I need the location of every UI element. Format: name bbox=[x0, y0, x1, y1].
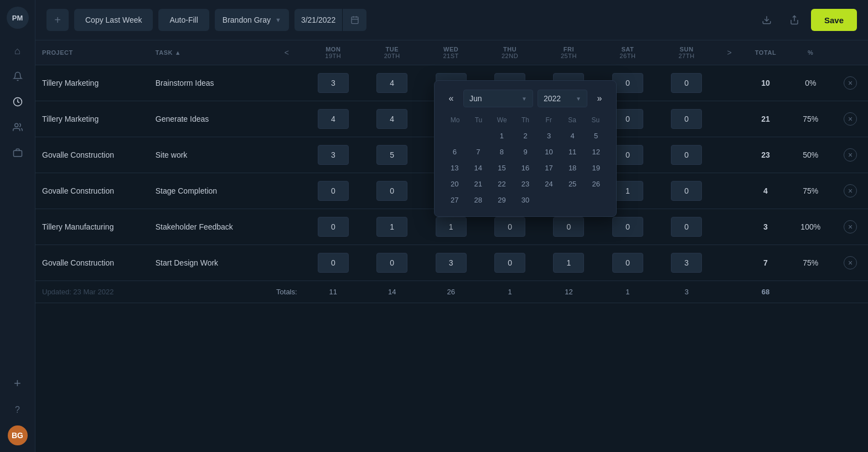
sat-input[interactable]: 0 bbox=[612, 109, 643, 129]
mon-input[interactable]: 4 bbox=[318, 109, 349, 129]
calendar-day[interactable]: 19 bbox=[585, 160, 607, 175]
total-wed-cell: 26 bbox=[421, 281, 480, 303]
mon-input[interactable]: 0 bbox=[318, 181, 349, 201]
calendar-day[interactable]: 12 bbox=[585, 144, 607, 159]
remove-row-button[interactable]: × bbox=[844, 76, 857, 90]
tue-input[interactable]: 0 bbox=[376, 253, 407, 273]
calendar-day[interactable]: 30 bbox=[514, 193, 537, 207]
calendar-day[interactable]: 3 bbox=[538, 128, 560, 143]
calendar-button[interactable] bbox=[342, 9, 366, 31]
calendar-day[interactable]: 21 bbox=[467, 176, 490, 191]
sidebar-item-projects[interactable] bbox=[7, 142, 29, 164]
tue-input[interactable]: 4 bbox=[376, 73, 407, 93]
sun-input[interactable]: 0 bbox=[671, 145, 702, 165]
mon-input[interactable]: 3 bbox=[318, 73, 349, 93]
tue-cell: 4 bbox=[363, 101, 421, 137]
download-button[interactable] bbox=[756, 9, 778, 31]
percent-cell: 50% bbox=[788, 137, 833, 173]
calendar-day[interactable]: 2 bbox=[514, 128, 537, 143]
calendar-day[interactable]: 28 bbox=[467, 193, 490, 207]
fri-input[interactable]: 0 bbox=[553, 217, 584, 237]
sat-input[interactable]: 0 bbox=[612, 217, 643, 237]
add-button[interactable]: + bbox=[46, 9, 69, 31]
avatar[interactable]: BG bbox=[8, 425, 28, 445]
calendar-next-button[interactable]: » bbox=[592, 91, 607, 106]
sat-input[interactable]: 0 bbox=[612, 145, 643, 165]
sat-input[interactable]: 0 bbox=[612, 253, 643, 273]
month-select[interactable]: Jun ▼ bbox=[463, 90, 533, 107]
calendar-day[interactable]: 17 bbox=[538, 160, 560, 175]
wed-input[interactable]: 3 bbox=[436, 253, 467, 273]
sun-input[interactable]: 0 bbox=[671, 181, 702, 201]
sun-input[interactable]: 0 bbox=[671, 217, 702, 237]
year-select[interactable]: 2022 ▼ bbox=[538, 90, 587, 107]
sidebar-item-help[interactable]: ? bbox=[7, 399, 29, 421]
tue-input[interactable]: 4 bbox=[376, 109, 407, 129]
remove-row-button[interactable]: × bbox=[844, 184, 857, 198]
calendar-day[interactable]: 6 bbox=[443, 144, 466, 159]
sun-input[interactable]: 0 bbox=[671, 73, 702, 93]
auto-fill-button[interactable]: Auto-Fill bbox=[158, 9, 209, 31]
mon-input[interactable]: 0 bbox=[318, 253, 349, 273]
sidebar-item-time[interactable] bbox=[7, 91, 29, 113]
calendar-day[interactable]: 18 bbox=[561, 160, 584, 175]
week-next-button[interactable]: > bbox=[722, 46, 736, 59]
remove-row-button[interactable]: × bbox=[844, 220, 857, 233]
fri-cell: 1 bbox=[539, 245, 598, 281]
calendar-day[interactable]: 5 bbox=[585, 128, 607, 143]
fri-input[interactable]: 1 bbox=[553, 253, 584, 273]
calendar-day[interactable]: 14 bbox=[467, 160, 490, 175]
calendar-day[interactable]: 22 bbox=[490, 176, 513, 191]
calendar-day[interactable]: 29 bbox=[490, 193, 513, 207]
sidebar-item-people[interactable] bbox=[7, 116, 29, 138]
calendar-day[interactable]: 4 bbox=[561, 128, 584, 143]
sun-input[interactable]: 3 bbox=[671, 253, 702, 273]
calendar-day[interactable]: 10 bbox=[538, 144, 560, 159]
mon-input[interactable]: 0 bbox=[318, 217, 349, 237]
sidebar-item-home[interactable]: ⌂ bbox=[7, 40, 29, 62]
mon-cell: 0 bbox=[304, 173, 363, 209]
thu-input[interactable]: 0 bbox=[494, 253, 525, 273]
calendar-day[interactable]: 7 bbox=[467, 144, 490, 159]
sat-input[interactable]: 0 bbox=[612, 73, 643, 93]
remove-row-button[interactable]: × bbox=[844, 148, 857, 162]
share-button[interactable] bbox=[783, 9, 805, 31]
calendar-day[interactable]: 9 bbox=[514, 144, 537, 159]
tue-cell: 1 bbox=[363, 209, 421, 245]
thu-input[interactable]: 0 bbox=[494, 217, 525, 237]
tue-input[interactable]: 0 bbox=[376, 181, 407, 201]
sat-input[interactable]: 1 bbox=[612, 181, 643, 201]
share-icon bbox=[789, 15, 799, 25]
save-button[interactable]: Save bbox=[811, 9, 857, 31]
calendar-day[interactable]: 8 bbox=[490, 144, 513, 159]
mon-input[interactable]: 3 bbox=[318, 145, 349, 165]
calendar-day[interactable]: 26 bbox=[585, 176, 607, 191]
calendar-day[interactable]: 25 bbox=[561, 176, 584, 191]
calendar-day[interactable]: 1 bbox=[490, 128, 513, 143]
sun-input[interactable]: 0 bbox=[671, 109, 702, 129]
calendar-day[interactable]: 20 bbox=[443, 176, 466, 191]
remove-row-button[interactable]: × bbox=[844, 256, 857, 269]
date-input[interactable]: 3/21/2022 bbox=[294, 9, 342, 31]
calendar-day[interactable]: 16 bbox=[514, 160, 537, 175]
calendar-day[interactable]: 23 bbox=[514, 176, 537, 191]
sidebar-item-add[interactable]: + bbox=[7, 372, 29, 394]
task-col-header: TASK ▲ bbox=[149, 40, 270, 65]
calendar-day[interactable]: 24 bbox=[538, 176, 560, 191]
calendar-day[interactable]: 15 bbox=[490, 160, 513, 175]
calendar-prev-button[interactable]: « bbox=[443, 91, 459, 106]
calendar-day[interactable]: 11 bbox=[561, 144, 584, 159]
calendar-day[interactable]: 27 bbox=[443, 193, 466, 207]
remove-row-button[interactable]: × bbox=[844, 112, 857, 126]
week-prev-button[interactable]: < bbox=[280, 46, 293, 59]
tue-input[interactable]: 1 bbox=[376, 217, 407, 237]
totals-label-cell: Totals: bbox=[270, 281, 304, 303]
user-dropdown[interactable]: Brandon Gray ▼ bbox=[215, 9, 289, 31]
sidebar-nav: ⌂ bbox=[7, 40, 29, 372]
copy-last-week-button[interactable]: Copy Last Week bbox=[74, 9, 153, 31]
calendar-day[interactable]: 13 bbox=[443, 160, 466, 175]
tue-input[interactable]: 5 bbox=[376, 145, 407, 165]
sidebar-item-notifications[interactable] bbox=[7, 65, 29, 87]
wed-input[interactable]: 1 bbox=[436, 217, 467, 237]
total-cell: 7 bbox=[742, 245, 788, 281]
